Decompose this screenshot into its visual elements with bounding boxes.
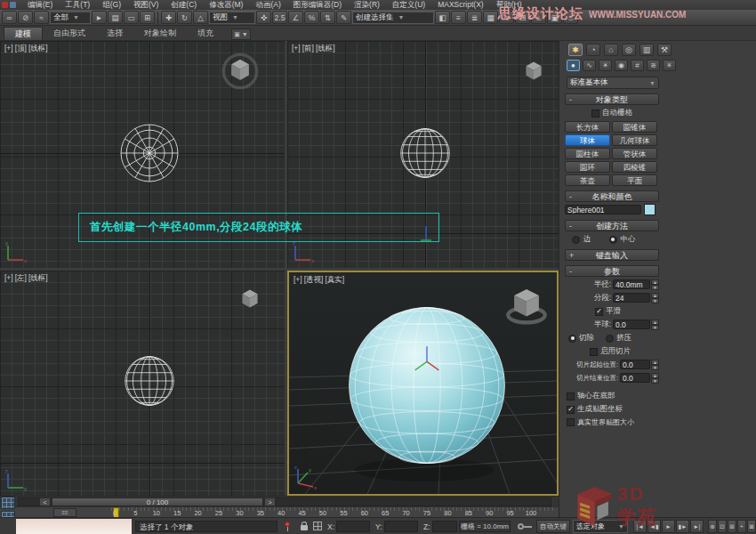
maximize-viewport-icon[interactable]: ⊠ — [747, 520, 756, 533]
viewport-name-button[interactable]: [前] — [302, 44, 314, 53]
sphere-shaded[interactable] — [342, 301, 511, 470]
viewport-left[interactable]: [+][左][线框] — [0, 271, 285, 496]
rollout-header[interactable]: 对象类型 — [565, 93, 659, 105]
window-crossing-icon[interactable]: ⊞ — [140, 11, 155, 24]
maxscript-mini-listener[interactable] — [16, 519, 132, 534]
slice-from-spinner[interactable]: ▲▼ — [651, 360, 659, 370]
viewport-perspective[interactable]: [+][透视][真实] — [287, 271, 559, 496]
app-logo-icon[interactable] — [2, 2, 8, 8]
menu-item[interactable]: 动画(A) — [249, 0, 286, 10]
zoom-icon[interactable]: ⊕ — [708, 520, 717, 533]
select-and-manipulate-icon[interactable]: ✜ — [256, 11, 271, 24]
select-and-rotate-icon[interactable]: ↻ — [177, 11, 192, 24]
next-frame-button[interactable]: > — [264, 498, 276, 506]
select-and-link-icon[interactable]: ∞ — [2, 11, 17, 24]
viewport-shading-button[interactable]: [线框] — [28, 273, 48, 282]
viewport-menu-button[interactable]: [+] — [294, 275, 302, 284]
snap-toggle-icon[interactable]: 2.5 — [272, 11, 287, 24]
smooth-checkbox[interactable] — [595, 308, 603, 316]
systems-icon[interactable]: ✳ — [663, 60, 676, 71]
object-type-button[interactable]: 管状体 — [612, 148, 657, 159]
ribbon-tab[interactable]: 自由形式 — [43, 27, 96, 40]
tab-modify[interactable]: ◔ — [586, 44, 600, 56]
hemisphere-spinner[interactable]: ▲▼ — [651, 320, 659, 330]
graphite-ribbon-icon[interactable]: ▦ — [483, 11, 498, 24]
object-type-button[interactable]: 几何球体 — [612, 134, 657, 146]
named-selection-dropdown[interactable]: 创建选择集 ▼ — [352, 12, 434, 24]
segments-spinner[interactable]: ▲▼ — [651, 293, 659, 303]
slice-to-spinner[interactable]: ▲▼ — [651, 373, 659, 384]
previous-frame-button[interactable]: < — [39, 498, 51, 506]
space-warps-icon[interactable]: ≋ — [647, 60, 660, 71]
isolate-selection-icon[interactable] — [285, 522, 290, 527]
radius-spinner[interactable]: ▲▼ — [651, 279, 659, 290]
generate-mapping-checkbox[interactable] — [567, 406, 575, 414]
viewcube[interactable] — [501, 283, 552, 328]
object-color-swatch[interactable] — [644, 204, 655, 215]
menu-item[interactable]: 自定义(U) — [386, 0, 431, 10]
menu-item[interactable]: 编辑(E) — [21, 0, 59, 10]
select-object-icon[interactable]: ► — [92, 11, 107, 24]
select-and-move-icon[interactable]: ✚ — [161, 11, 176, 24]
viewcube[interactable] — [233, 283, 267, 317]
object-type-button[interactable]: 圆柱体 — [565, 148, 610, 159]
selection-filter-dropdown[interactable]: 全部 ▼ — [50, 12, 91, 24]
viewcube[interactable] — [221, 52, 260, 91]
menu-item[interactable]: 渲染(R) — [348, 0, 386, 10]
rollout-header[interactable]: 创建方法 — [565, 220, 659, 231]
angle-snap-icon[interactable]: ∠ — [288, 11, 303, 24]
menu-item[interactable]: 修改器(M) — [203, 0, 249, 10]
tab-motion[interactable]: ◎ — [622, 44, 636, 56]
select-and-scale-icon[interactable]: △ — [193, 11, 208, 24]
ribbon-tab[interactable]: 对象绘制 — [133, 27, 187, 40]
time-slider-thumb[interactable]: 0 / 100 — [52, 498, 263, 506]
menu-item[interactable]: 视图(V) — [127, 0, 165, 10]
y-coordinate-field[interactable] — [384, 521, 418, 532]
center-radio[interactable] — [609, 236, 617, 244]
geometry-icon[interactable]: ● — [567, 60, 580, 71]
menu-item[interactable]: 工具(T) — [59, 0, 96, 10]
real-world-checkbox[interactable] — [567, 418, 575, 426]
percent-snap-icon[interactable]: % — [304, 11, 319, 24]
slice-from-field[interactable] — [620, 360, 650, 369]
tab-display[interactable]: ▥ — [639, 44, 654, 56]
object-type-button[interactable]: 球体 — [565, 134, 610, 146]
sphere-wireframe-left[interactable] — [124, 355, 175, 407]
mirror-icon[interactable]: ◧ — [435, 11, 450, 24]
rollout-header[interactable]: 名称和颜色 — [565, 190, 659, 202]
menu-item[interactable]: 图形编辑器(D) — [287, 0, 348, 10]
rectangular-selection-icon[interactable]: ▭ — [124, 11, 139, 24]
ribbon-minimize-icon[interactable]: ▣ ▼ — [231, 28, 251, 40]
object-type-button[interactable]: 圆锥体 — [612, 121, 657, 133]
segments-field[interactable] — [613, 293, 650, 303]
chop-radio[interactable] — [568, 335, 576, 343]
viewcube[interactable] — [517, 55, 551, 89]
viewport-shading-button[interactable]: [真实] — [325, 275, 344, 284]
object-type-button[interactable]: 平面 — [612, 174, 657, 186]
zoom-region-icon[interactable]: ⊞ — [728, 520, 736, 533]
x-coordinate-field[interactable] — [336, 521, 370, 532]
lights-icon[interactable]: ☀ — [599, 60, 612, 71]
track-bar[interactable]: ≡≡ 0510152025303540455055606570758085909… — [0, 506, 559, 517]
bind-to-space-warp-icon[interactable]: ≈ — [34, 11, 49, 24]
object-type-button[interactable]: 茶壶 — [565, 174, 610, 186]
hemisphere-field[interactable] — [613, 320, 650, 329]
object-type-button[interactable]: 圆环 — [565, 161, 610, 173]
tab-utilities[interactable]: ⚒ — [657, 44, 672, 56]
viewport-shading-button[interactable]: [线框] — [316, 44, 335, 53]
auto-key-button[interactable]: 自动关键点 — [536, 520, 570, 533]
zoom-extents-icon[interactable]: ⊡ — [718, 520, 727, 533]
ribbon-tab[interactable]: 选择 — [96, 27, 133, 40]
object-type-button[interactable]: 长方体 — [565, 121, 610, 133]
spinner-snap-icon[interactable]: ⇅ — [320, 11, 335, 24]
primitive-category-dropdown[interactable]: 标准基本体 ▼ — [567, 77, 659, 89]
pan-icon[interactable]: + — [737, 520, 746, 533]
slice-to-field[interactable] — [620, 373, 650, 383]
viewport-menu-button[interactable]: [+] — [4, 273, 13, 282]
sphere-wireframe-front[interactable] — [399, 127, 451, 179]
squash-radio[interactable] — [606, 335, 614, 343]
menu-item[interactable]: MAXScript(X) — [431, 0, 489, 10]
selection-lock-icon[interactable] — [301, 525, 308, 530]
edge-radio[interactable] — [572, 236, 580, 244]
reference-coordinate-dropdown[interactable]: 视图 ▼ — [209, 12, 255, 24]
